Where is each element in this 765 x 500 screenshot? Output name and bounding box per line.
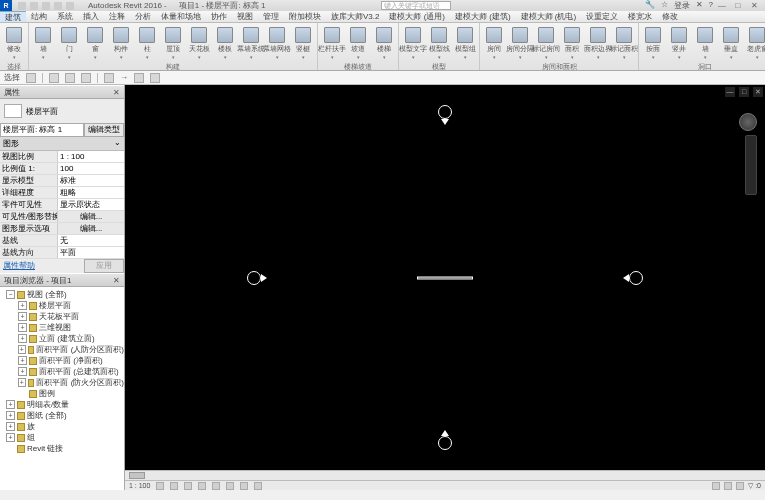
tree-toggle-icon[interactable]: + bbox=[18, 301, 27, 310]
properties-category-header[interactable]: 图形 ⌄ bbox=[0, 137, 124, 151]
tree-toggle-icon[interactable]: + bbox=[18, 356, 27, 365]
sun-path-icon[interactable] bbox=[184, 482, 192, 490]
tree-node[interactable]: +族 bbox=[0, 421, 124, 432]
view-maximize-icon[interactable]: □ bbox=[739, 87, 749, 97]
tree-node[interactable]: +天花板平面 bbox=[0, 311, 124, 322]
qat-undo-icon[interactable] bbox=[42, 2, 50, 10]
elevation-marker-north[interactable] bbox=[436, 103, 454, 121]
properties-panel-header[interactable]: 属性 ✕ bbox=[0, 85, 124, 99]
design-options-icon[interactable] bbox=[724, 482, 732, 490]
model-element-floor[interactable] bbox=[417, 276, 473, 279]
ribbon-tab[interactable]: 插入 bbox=[78, 11, 104, 22]
ribbon-tab[interactable]: 管理 bbox=[258, 11, 284, 22]
view-cube[interactable] bbox=[739, 113, 757, 131]
ribbon-tab[interactable]: 建模大师 (通用) bbox=[384, 11, 450, 22]
category-collapse-icon[interactable]: ⌄ bbox=[114, 138, 121, 149]
app-menu-button[interactable]: R bbox=[0, 0, 12, 11]
tree-node[interactable]: Revit 链接 bbox=[0, 443, 124, 454]
ribbon-button[interactable]: 柱▾ bbox=[135, 24, 159, 62]
tree-toggle-icon[interactable]: + bbox=[18, 323, 27, 332]
ribbon-button[interactable]: 模型组▾ bbox=[453, 24, 477, 62]
help-icon[interactable]: ? bbox=[709, 0, 713, 11]
ribbon-button[interactable]: 房间▾ bbox=[482, 24, 506, 62]
optbar-tool-1-icon[interactable] bbox=[26, 73, 36, 83]
tree-node[interactable]: +三维视图 bbox=[0, 322, 124, 333]
crop-region-icon[interactable] bbox=[226, 482, 234, 490]
ribbon-button[interactable]: 竖梃▾ bbox=[291, 24, 315, 62]
crop-view-icon[interactable] bbox=[212, 482, 220, 490]
ribbon-button[interactable]: 房间分隔▾ bbox=[508, 24, 532, 62]
ribbon-tab[interactable]: 协作 bbox=[206, 11, 232, 22]
ribbon-button[interactable]: 幕墙系统▾ bbox=[239, 24, 263, 62]
optbar-dim-icon[interactable] bbox=[134, 73, 144, 83]
ribbon-button[interactable]: 坡道▾ bbox=[346, 24, 370, 62]
ribbon-tab[interactable]: 设重定义 bbox=[581, 11, 623, 22]
optbar-tool-2-icon[interactable] bbox=[49, 73, 59, 83]
properties-help-link[interactable]: 属性帮助 bbox=[0, 259, 84, 273]
ribbon-tab[interactable]: 建模大师 (机电) bbox=[516, 11, 582, 22]
exchange-icon[interactable]: ✕ bbox=[696, 0, 703, 11]
edit-type-button[interactable]: 编辑类型 bbox=[84, 123, 124, 137]
tree-toggle-icon[interactable]: + bbox=[18, 378, 26, 387]
property-value-cell[interactable]: 标准 bbox=[58, 175, 124, 186]
subscription-icon[interactable]: 🔧 bbox=[645, 0, 655, 11]
tree-toggle-icon[interactable]: + bbox=[18, 334, 27, 343]
ribbon-button[interactable]: 老虎窗▾ bbox=[745, 24, 765, 62]
hide-isolate-icon[interactable] bbox=[240, 482, 248, 490]
property-value-cell[interactable]: 显示原状态 bbox=[58, 199, 124, 210]
ribbon-button[interactable]: 按面▾ bbox=[641, 24, 665, 62]
ribbon-button[interactable]: 栏杆扶手▾ bbox=[320, 24, 344, 62]
tree-node[interactable]: +明细表/数量 bbox=[0, 399, 124, 410]
properties-type-preview[interactable]: 楼层平面 bbox=[0, 99, 124, 123]
ribbon-button[interactable]: 构件▾ bbox=[109, 24, 133, 62]
ribbon-tab[interactable]: 建筑 bbox=[0, 11, 26, 22]
tree-node[interactable]: +立面 (建筑立面) bbox=[0, 333, 124, 344]
tree-toggle-icon[interactable]: + bbox=[18, 367, 27, 376]
ribbon-button[interactable]: 幕墙网格▾ bbox=[265, 24, 289, 62]
scale-display[interactable]: 1 : 100 bbox=[129, 482, 150, 489]
ribbon-tab[interactable]: 体量和场地 bbox=[156, 11, 206, 22]
properties-apply-button[interactable]: 应用 bbox=[84, 259, 124, 273]
tree-node[interactable]: +楼层平面 bbox=[0, 300, 124, 311]
ribbon-button[interactable]: 垂直▾ bbox=[719, 24, 743, 62]
tree-toggle-icon[interactable]: + bbox=[6, 400, 15, 409]
navigation-bar[interactable] bbox=[745, 135, 757, 195]
close-button[interactable]: ✕ bbox=[749, 1, 759, 10]
ribbon-button[interactable]: 门▾ bbox=[57, 24, 81, 62]
drawing-viewport[interactable]: — □ ✕ bbox=[125, 85, 765, 470]
maximize-button[interactable]: □ bbox=[733, 1, 743, 10]
visual-style-icon[interactable] bbox=[170, 482, 178, 490]
detail-level-icon[interactable] bbox=[156, 482, 164, 490]
elevation-marker-south[interactable] bbox=[436, 434, 454, 452]
ribbon-tab[interactable]: 附加模块 bbox=[284, 11, 326, 22]
qat-open-icon[interactable] bbox=[18, 2, 26, 10]
login-button[interactable]: ☆ bbox=[661, 0, 668, 11]
qat-print-icon[interactable] bbox=[66, 2, 74, 10]
reveal-hidden-icon[interactable] bbox=[254, 482, 262, 490]
ribbon-button[interactable]: 模型文字▾ bbox=[401, 24, 425, 62]
project-browser-close-icon[interactable]: ✕ bbox=[113, 274, 120, 286]
tree-toggle-icon[interactable]: − bbox=[6, 290, 15, 299]
optbar-tool-3-icon[interactable] bbox=[65, 73, 75, 83]
ribbon-button[interactable]: 面积边界▾ bbox=[586, 24, 610, 62]
optbar-measure-icon[interactable] bbox=[104, 73, 114, 83]
tree-toggle-icon[interactable]: + bbox=[18, 312, 27, 321]
tree-root-node[interactable]: −视图 (全部) bbox=[0, 289, 124, 300]
tree-node[interactable]: +组 bbox=[0, 432, 124, 443]
ribbon-button[interactable]: 墙▾ bbox=[31, 24, 55, 62]
selection-filter-icon[interactable] bbox=[736, 482, 744, 490]
ribbon-button[interactable]: 面积▾ bbox=[560, 24, 584, 62]
ribbon-button[interactable]: 屋顶▾ bbox=[161, 24, 185, 62]
ribbon-tab[interactable]: 建模大师 (建筑) bbox=[450, 11, 516, 22]
elevation-marker-west[interactable] bbox=[245, 269, 263, 287]
property-value-cell[interactable]: 平面 bbox=[58, 247, 124, 258]
property-edit-button[interactable]: 编辑... bbox=[58, 211, 124, 222]
tree-node[interactable]: +面积平面 (人防分区面积) bbox=[0, 344, 124, 355]
ribbon-button[interactable]: 标记房间▾ bbox=[534, 24, 558, 62]
ribbon-tab[interactable]: 分析 bbox=[130, 11, 156, 22]
view-minimize-icon[interactable]: — bbox=[725, 87, 735, 97]
ribbon-button[interactable]: 修改▾ bbox=[2, 24, 26, 62]
qat-redo-icon[interactable] bbox=[54, 2, 62, 10]
ribbon-button[interactable]: 天花板▾ bbox=[187, 24, 211, 62]
property-value-cell[interactable]: 无 bbox=[58, 235, 124, 246]
